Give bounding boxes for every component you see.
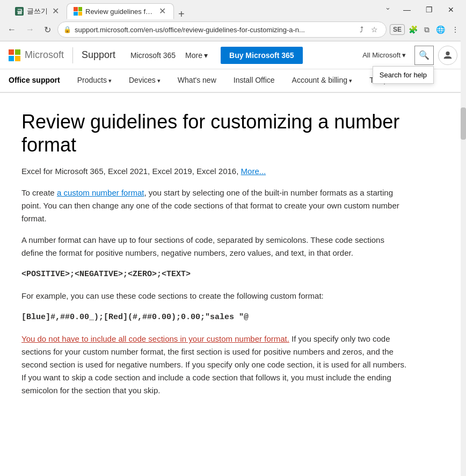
bookmark-button[interactable]: ☆ (368, 24, 381, 35)
p1-before-link: To create (21, 188, 57, 197)
profile-avatar-button[interactable]: 🌐 (433, 23, 448, 36)
all-microsoft-button[interactable]: All Microsoft ▾ (358, 49, 410, 61)
share-url-button[interactable]: ⤴ (357, 24, 366, 35)
tab-close-ms[interactable]: ✕ (158, 7, 167, 16)
address-bar: ← → ↻ 🔒 support.microsoft.com/en-us/offi… (0, 19, 466, 41)
subnav-devices[interactable]: Devices (120, 69, 169, 92)
nav-link-m365[interactable]: Microsoft 365 (126, 49, 180, 62)
main-content: Review guidelines for customizing a numb… (0, 93, 429, 423)
ms-topnav: Microsoft Support Microsoft 365 More ▾ B… (0, 41, 466, 69)
ms-nav-links: Microsoft 365 More ▾ (126, 49, 212, 62)
ms-logo-yellow (15, 56, 20, 61)
profile-icon-button[interactable] (438, 46, 457, 65)
article-p4: You do not have to include all code sect… (21, 333, 408, 397)
subnav-whats-new[interactable]: What's new (169, 69, 225, 92)
scrollbar[interactable] (461, 0, 466, 423)
profile-icon (443, 51, 453, 60)
tab-ms-support[interactable]: Review guidelines for customizi... ✕ (67, 3, 174, 19)
ms-logo-red (9, 49, 14, 55)
tab-favicon-ms (74, 7, 82, 16)
nav-more-button[interactable]: More ▾ (181, 49, 212, 62)
new-tab-button[interactable]: + (174, 9, 189, 19)
search-tooltip: Search for help (373, 66, 434, 84)
tab-title-korean: 글쓰기 (27, 6, 48, 16)
menu-button[interactable]: ⋮ (449, 23, 462, 36)
subnav-account-billing[interactable]: Account & billing (283, 69, 361, 92)
custom-number-format-link[interactable]: a custom number format (57, 188, 144, 197)
all-microsoft-label: All Microsoft (362, 51, 401, 59)
search-icon-button[interactable]: 🔍 (414, 46, 434, 65)
lock-icon: 🔒 (63, 26, 71, 33)
tab-close-korean[interactable]: ✕ (51, 7, 60, 16)
se-icon-button[interactable]: SE (390, 24, 405, 35)
forward-button[interactable]: → (23, 23, 38, 37)
article-p4-link[interactable]: You do not have to include all code sect… (21, 334, 289, 343)
browser-chrome: 글 글쓰기 ✕ Review guidelines for customizi.… (0, 0, 466, 41)
maximize-button[interactable]: ❐ (418, 3, 440, 16)
url-text: support.microsoft.com/en-us/office/revie… (75, 26, 354, 34)
tab-korean[interactable]: 글 글쓰기 ✕ (9, 3, 67, 19)
back-button[interactable]: ← (4, 23, 19, 37)
refresh-button[interactable]: ↻ (41, 23, 54, 37)
article-p3: For example, you can use these code sect… (21, 290, 408, 302)
buy-m365-button[interactable]: Buy Microsoft 365 (221, 47, 303, 64)
url-bar[interactable]: 🔒 support.microsoft.com/en-us/office/rev… (57, 21, 387, 38)
close-button[interactable]: ✕ (440, 3, 462, 16)
window-controls: — ❐ ✕ (396, 3, 462, 16)
ms-support-label[interactable]: Support (82, 49, 115, 61)
subnav-install-office[interactable]: Install Office (225, 69, 283, 92)
minimize-button[interactable]: — (396, 3, 418, 16)
subnav-products[interactable]: Products (69, 69, 120, 92)
scrollbar-thumb[interactable] (461, 107, 466, 140)
title-bar: 글 글쓰기 ✕ Review guidelines for customizi.… (0, 0, 466, 19)
tabs-row: 글 글쓰기 ✕ Review guidelines for customizi.… (4, 3, 193, 19)
ms-logo-blue (9, 56, 14, 61)
chevron-down-icon[interactable]: ⌄ (385, 3, 391, 11)
ms-nav-divider (72, 47, 73, 63)
article-format-example: [Blue]#,##0.00_);[Red](#,##0.00);0.00;"s… (21, 311, 408, 324)
article-p2: A number format can have up to four sect… (21, 234, 408, 259)
puzzle-icon-button[interactable]: 🧩 (406, 23, 420, 36)
article-meta: Excel for Microsoft 365, Excel 2021, Exc… (21, 165, 408, 178)
article-code1: <POSITIVE>;<NEGATIVE>;<ZERO>;<TEXT> (21, 268, 408, 281)
subnav-office-support[interactable]: Office support (9, 69, 69, 92)
all-microsoft-chevron: ▾ (402, 51, 406, 59)
tab-title-ms: Review guidelines for customizi... (85, 8, 155, 16)
search-icon-container: 🔍 Search for help (414, 46, 434, 65)
article-p1: To create a custom number format, you st… (21, 186, 408, 225)
article-body: Review guidelines for customizing a numb… (21, 110, 408, 397)
split-view-button[interactable]: ⧉ (421, 23, 432, 37)
ms-brand-label: Microsoft (25, 49, 64, 61)
article-title: Review guidelines for customizing a numb… (21, 110, 408, 156)
url-actions: ⤴ ☆ (357, 24, 381, 35)
ms-logo-grid (9, 49, 20, 61)
toolbar-icons: SE 🧩 ⧉ 🌐 ⋮ (390, 23, 462, 37)
ms-logo[interactable]: Microsoft (9, 49, 64, 61)
tab-favicon-korean: 글 (15, 7, 24, 16)
article-meta-text: Excel for Microsoft 365, Excel 2021, Exc… (21, 167, 241, 176)
ms-logo-green (15, 49, 20, 55)
nav-more-label: More (185, 51, 202, 60)
nav-more-chevron: ▾ (204, 51, 208, 60)
article-meta-more-link[interactable]: More... (241, 167, 266, 176)
topnav-right: All Microsoft ▾ 🔍 Search for help (358, 46, 457, 65)
